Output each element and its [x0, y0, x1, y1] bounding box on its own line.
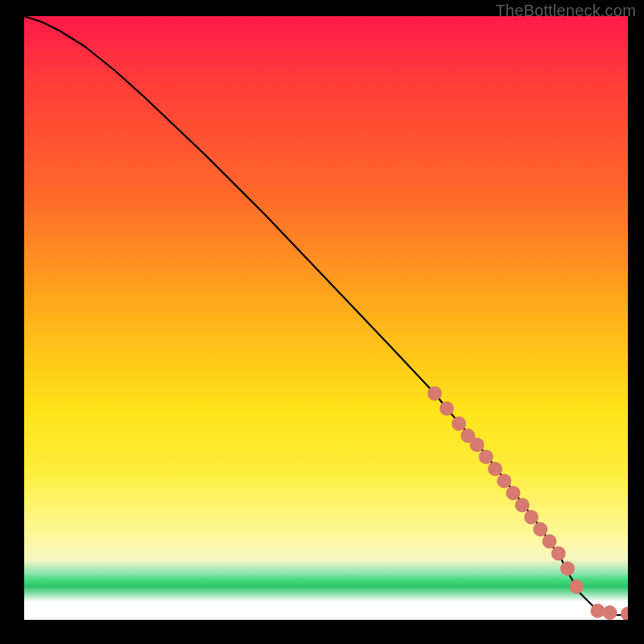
data-point [479, 450, 493, 464]
data-point [621, 607, 628, 621]
data-point [488, 462, 502, 477]
chart-container: TheBottleneck.com [0, 0, 644, 644]
data-point [506, 486, 521, 501]
data-point [603, 605, 617, 620]
data-point [543, 535, 557, 549]
data-point [515, 498, 530, 513]
plot-area [24, 16, 628, 620]
data-point [452, 416, 466, 431]
data-point [560, 561, 575, 576]
data-point [497, 474, 511, 489]
data-point [533, 522, 547, 537]
data-point [551, 547, 566, 561]
data-point [470, 438, 485, 452]
data-point [569, 580, 584, 594]
data-point [440, 402, 454, 416]
chart-svg [24, 16, 628, 620]
data-point [524, 510, 539, 525]
data-point [427, 386, 442, 401]
